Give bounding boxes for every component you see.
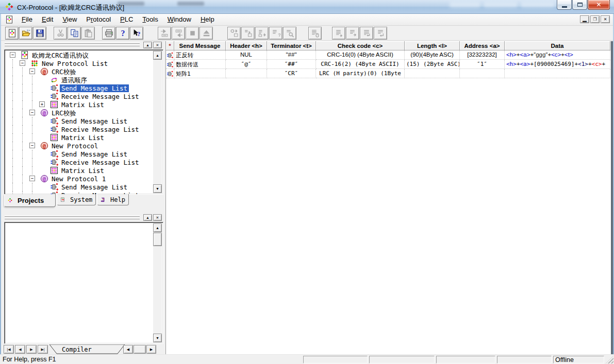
output-scrollbar[interactable]: ▲ ▼ [153,223,162,342]
menu-plc[interactable]: PLC [115,14,138,25]
tree-collapse-icon[interactable]: − [10,52,15,58]
pane-expand-button[interactable]: ▲ [143,42,152,48]
tree-item-label[interactable]: New Protocol [50,142,99,150]
print-button[interactable] [102,27,115,40]
menu-help[interactable]: Help [196,14,219,25]
tab-projects[interactable]: Projects [4,194,56,207]
scroll-down-icon[interactable]: ▼ [153,184,162,193]
tree-collapse-icon[interactable]: − [29,176,35,181]
tab-scroll-first-button[interactable]: |◀ [4,345,14,354]
status-panel [369,356,435,363]
hscroll-thumb[interactable] [134,345,146,354]
hscroll-left-icon[interactable]: ◀ [123,345,133,354]
toolbar-group: ? [227,27,297,40]
column-header-check[interactable]: Check code <c> [316,41,405,50]
tree-item-label[interactable]: Matrix List [60,167,106,175]
minimize-button[interactable] [557,0,572,10]
scroll-up-icon[interactable]: ▲ [153,223,162,232]
tab-label: Help [110,196,125,203]
new-button[interactable] [5,27,19,40]
column-header-send[interactable]: Send Message [174,41,226,50]
cell-address [460,69,505,78]
projects-tab-icon [8,197,15,204]
pane-gripper[interactable] [5,215,140,220]
tree-item-label[interactable]: Send Message List [60,117,129,125]
protocol-red-icon: @ [40,67,48,76]
pane-gripper[interactable] [5,42,140,47]
scroll-thumb[interactable] [153,233,162,246]
cell-length: (15) (2Byte ASC) [405,60,460,69]
column-header-address[interactable]: Address <a> [460,41,505,50]
stop-icon [188,29,197,38]
trace-monitor-icon [286,29,294,38]
tree-item-label[interactable]: Matrix List [60,134,106,142]
table-row[interactable]: 正反转NUL"##"CRC-16(0) (4Byte ASCII)(90)(4B… [166,50,611,60]
tree-item-label[interactable]: New Protocol 1 [50,175,107,183]
tree-collapse-icon[interactable]: − [20,60,25,66]
resize-grip[interactable] [606,356,613,363]
context-help-button[interactable]: ? [130,27,143,40]
message-list-icon [50,183,58,191]
tab-scroll-prev-button[interactable]: ◀ [15,345,25,354]
column-header-marker[interactable]: * [166,41,174,50]
column-header-header[interactable]: Header <h> [226,41,267,50]
tree-item-label[interactable]: Send Message List [60,150,129,158]
tree-item: −@LRC校验 [5,109,144,117]
menu-protocol[interactable]: Protocol [81,14,115,25]
tree-item-label[interactable]: Send Message List [60,84,129,92]
tree-guide-line [22,158,23,166]
tree-item: −欧姆龙CRC通讯协议 [5,51,144,59]
scroll-down-icon[interactable]: ▼ [153,334,162,342]
message-list-icon [50,150,58,158]
pane-expand-button[interactable]: ▲ [143,214,152,221]
tree-scrollbar[interactable]: ▲ ▼ [153,51,162,193]
menu-edit[interactable]: Edit [37,14,58,25]
tab-compiler[interactable]: Compiler [48,344,126,354]
tree-collapse-icon[interactable]: − [29,68,35,74]
tree-item-label[interactable]: Send Message List [60,183,129,191]
tab-scroll-last-button[interactable]: ▶| [38,345,48,354]
table-row[interactable]: 矩阵1″CR″LRC (H parity)(0) (1Byte [166,69,611,78]
tab-scroll-next-button[interactable]: ▶ [26,345,37,354]
help-button[interactable]: ? [116,27,129,40]
data-segment: <h> [506,61,517,67]
menu-window[interactable]: Window [163,14,196,25]
mdi-close-button[interactable]: ✕ [601,15,610,23]
tree-guide-line [12,150,13,158]
svg-text:?: ? [278,31,280,37]
close-button[interactable]: ✕ [588,0,610,10]
column-header-data[interactable]: Data [505,41,610,50]
table-row[interactable]: 数据传送″@″″##″CRC-16(2) (4Byte ASCII)(15) (… [166,60,611,69]
tree-guide-line [22,183,23,191]
menu-tools[interactable]: Tools [138,14,162,25]
svg-text:@: @ [43,176,46,182]
hscroll-right-icon[interactable]: ▶ [146,345,156,354]
tree-collapse-icon[interactable]: − [29,143,35,148]
tab-help[interactable]: ?Help [97,194,129,205]
copy-button[interactable] [68,27,81,40]
tree-item-label[interactable]: Receive Message List [60,126,141,133]
column-header-terminator[interactable]: Terminator <t> [267,41,316,50]
menu-view[interactable]: View [58,14,81,25]
menu-file[interactable]: File [17,14,37,25]
tab-system[interactable]: System [57,194,96,205]
pane-close-button[interactable]: ✕ [153,42,162,48]
tree-guide-line [22,117,23,125]
mdi-minimize-button[interactable]: ▬ [580,15,589,23]
tree-guide-line [22,109,23,117]
tree-item-label[interactable]: New Protocol List [40,60,109,67]
scroll-up-icon[interactable]: ▲ [153,51,162,60]
pane-close-button[interactable]: ✕ [153,214,162,221]
table-header-row: *Send MessageHeader <h>Terminator <t>Che… [166,41,611,50]
column-header-length[interactable]: Length <l> [405,41,460,50]
mdi-restore-button[interactable]: ❐ [590,15,600,23]
maximize-button[interactable] [572,0,587,10]
save-button[interactable] [33,27,46,40]
glass-artifact [521,2,555,8]
tree-expand-icon[interactable]: + [39,101,45,107]
tree-item-label[interactable]: Receive Message List [60,159,141,166]
tree-collapse-icon[interactable]: − [29,110,35,115]
open-button[interactable] [19,27,32,40]
tree-item-label[interactable]: Receive Message List [60,93,141,100]
tree-item-label[interactable]: Matrix List [60,101,106,109]
